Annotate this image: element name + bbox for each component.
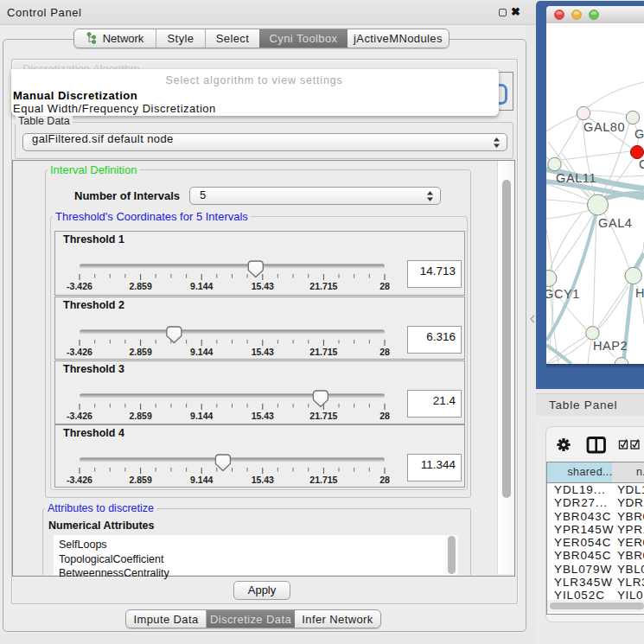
- svg-text:HAP2: HAP2: [593, 339, 628, 353]
- svg-text:GAL4: GAL4: [598, 216, 632, 230]
- svg-text:28: 28: [379, 281, 390, 291]
- svg-text:-3.426: -3.426: [67, 475, 92, 485]
- svg-text:21.715: 21.715: [309, 411, 337, 421]
- svg-text:21.715: 21.715: [309, 347, 337, 357]
- svg-text:15.43: 15.43: [252, 411, 274, 421]
- svg-text:GCY1: GCY1: [546, 287, 580, 301]
- svg-text:-3.426: -3.426: [67, 411, 92, 421]
- svg-text:9.144: 9.144: [190, 475, 213, 485]
- svg-text:28: 28: [379, 411, 390, 421]
- svg-text:9.144: 9.144: [190, 411, 213, 421]
- svg-text:C.: C.: [639, 157, 644, 171]
- svg-text:28: 28: [379, 475, 390, 485]
- svg-text:2.859: 2.859: [129, 411, 151, 421]
- svg-text:-3.426: -3.426: [67, 347, 92, 357]
- svg-text:2.859: 2.859: [129, 475, 151, 485]
- svg-text:15.43: 15.43: [252, 347, 274, 357]
- svg-text:9.144: 9.144: [190, 281, 213, 291]
- svg-text:2.859: 2.859: [129, 347, 151, 357]
- svg-text:GAL80: GAL80: [583, 120, 625, 134]
- svg-text:9.144: 9.144: [190, 347, 213, 357]
- svg-text:GAL11: GAL11: [556, 171, 596, 185]
- svg-text:-3.426: -3.426: [67, 281, 92, 291]
- svg-text:15.43: 15.43: [252, 475, 274, 485]
- svg-text:28: 28: [379, 347, 390, 357]
- svg-text:21.715: 21.715: [309, 281, 337, 291]
- svg-text:15.43: 15.43: [252, 281, 274, 291]
- svg-text:2.859: 2.859: [129, 281, 151, 291]
- svg-text:G.: G.: [634, 127, 644, 141]
- svg-text:HI: HI: [635, 286, 644, 300]
- svg-text:21.715: 21.715: [309, 475, 337, 485]
